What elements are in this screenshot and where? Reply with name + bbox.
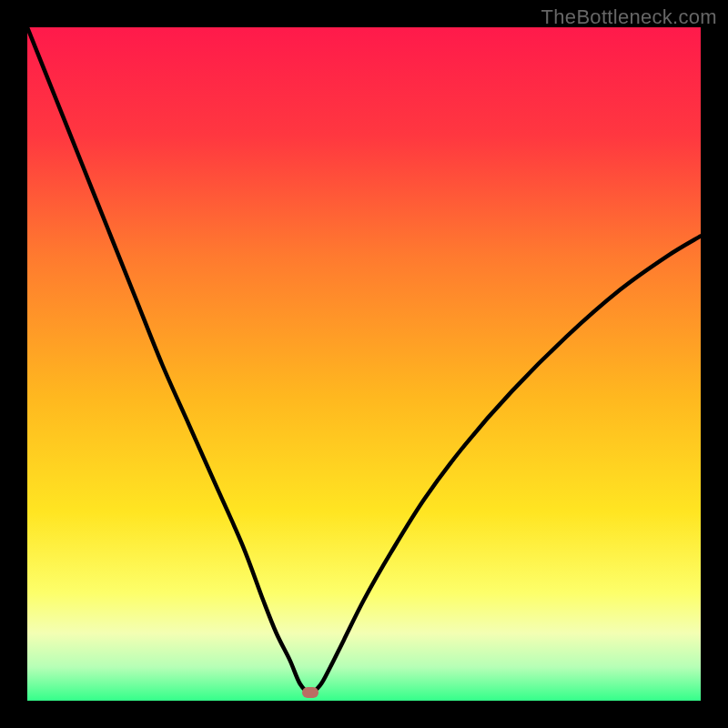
plot-area (27, 27, 701, 701)
watermark-text: TheBottleneck.com (541, 5, 717, 29)
optimal-point-marker (302, 687, 318, 698)
bottleneck-curve (27, 27, 701, 701)
chart-frame: TheBottleneck.com (0, 0, 728, 728)
